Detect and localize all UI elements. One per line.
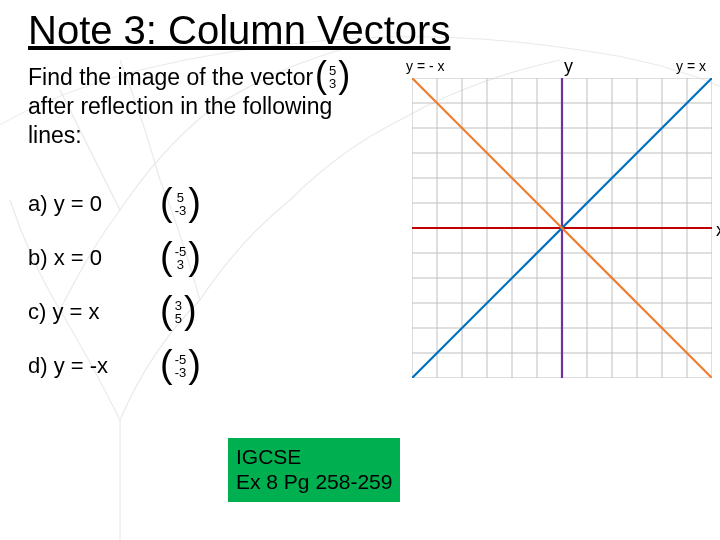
paren-right-icon: ) bbox=[188, 349, 201, 379]
exercise-line1: IGCSE bbox=[236, 444, 392, 469]
vector-bottom: -3 bbox=[175, 366, 187, 380]
answer-vector: ( -5 -3 ) bbox=[160, 351, 201, 381]
vector-bottom: 5 bbox=[175, 312, 182, 326]
answer-label: b) x = 0 bbox=[28, 245, 158, 271]
vector-bottom: 3 bbox=[329, 77, 336, 91]
slide-title: Note 3: Column Vectors bbox=[28, 8, 702, 53]
vector-top: 3 bbox=[175, 299, 182, 313]
paren-right-icon: ) bbox=[338, 61, 350, 90]
answer-label: c) y = x bbox=[28, 299, 158, 325]
paren-left-icon: ( bbox=[160, 349, 173, 379]
answer-vector: ( -5 3 ) bbox=[160, 243, 201, 273]
paren-left-icon: ( bbox=[160, 187, 173, 217]
answer-vector: ( 5 -3 ) bbox=[160, 189, 201, 219]
vector-bottom: -3 bbox=[175, 204, 187, 218]
paren-left-icon: ( bbox=[160, 241, 173, 271]
answer-vector: ( 3 5 ) bbox=[160, 297, 197, 327]
question-block: Find the image of the vector ( 5 3 ) aft… bbox=[28, 63, 423, 393]
vector-top: -5 bbox=[175, 353, 187, 367]
exercise-reference: IGCSE Ex 8 Pg 258-259 bbox=[228, 438, 400, 502]
answer-label: d) y = -x bbox=[28, 353, 158, 379]
question-text-2: after reflection in the following bbox=[28, 92, 423, 121]
exercise-line2: Ex 8 Pg 258-259 bbox=[236, 469, 392, 494]
question-text-1: Find the image of the vector bbox=[28, 63, 313, 92]
paren-left-icon: ( bbox=[315, 61, 327, 90]
answer-row: c) y = x ( 3 5 ) bbox=[28, 285, 423, 339]
paren-right-icon: ) bbox=[188, 241, 201, 271]
paren-right-icon: ) bbox=[188, 187, 201, 217]
answer-label: a) y = 0 bbox=[28, 191, 158, 217]
paren-left-icon: ( bbox=[160, 295, 173, 325]
question-vector: ( 5 3 ) bbox=[315, 63, 350, 92]
answers-list: a) y = 0 ( 5 -3 ) b) x = 0 ( bbox=[28, 177, 423, 393]
vector-top: 5 bbox=[329, 64, 336, 78]
paren-right-icon: ) bbox=[184, 295, 197, 325]
answer-row: a) y = 0 ( 5 -3 ) bbox=[28, 177, 423, 231]
answer-row: d) y = -x ( -5 -3 ) bbox=[28, 339, 423, 393]
vector-bottom: 3 bbox=[175, 258, 187, 272]
vector-top: -5 bbox=[175, 245, 187, 259]
answer-row: b) x = 0 ( -5 3 ) bbox=[28, 231, 423, 285]
question-text-3: lines: bbox=[28, 121, 423, 150]
vector-top: 5 bbox=[175, 191, 187, 205]
